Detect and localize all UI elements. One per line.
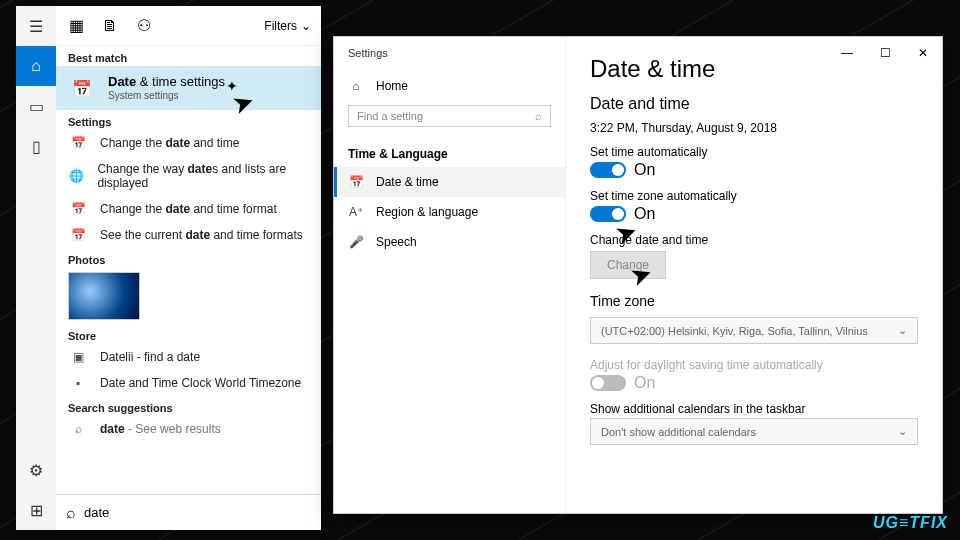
filters-dropdown[interactable]: Filters ⌄ — [264, 19, 311, 33]
store-datelii[interactable]: ▣Datelii - find a date — [56, 344, 321, 370]
nav-date-time[interactable]: 📅Date & time — [334, 167, 565, 197]
apps-icon[interactable]: ▭ — [16, 86, 56, 126]
settings-window: ― ☐ ✕ Settings ⌂Home Find a setting⌕ Tim… — [333, 36, 943, 514]
gear-icon[interactable]: ⚙ — [16, 450, 56, 490]
nav-region-language[interactable]: A⁺Region & language — [334, 197, 565, 227]
click-marks: ✦ — [226, 78, 236, 94]
result-change-date-time-format[interactable]: 📅Change the date and time format — [56, 196, 321, 222]
suggestion-date-web[interactable]: ⌕date - See web results — [56, 416, 321, 442]
mic-icon: 🎤 — [348, 235, 364, 249]
chevron-down-icon: ⌄ — [301, 19, 311, 33]
toggle-set-time-auto[interactable]: On — [590, 161, 918, 179]
label-set-time-auto: Set time automatically — [590, 145, 918, 159]
result-see-date-time-formats[interactable]: 📅See the current date and time formats — [56, 222, 321, 248]
store-date-time-clock[interactable]: ▪Date and Time Clock World Timezone — [56, 370, 321, 396]
label-dst: Adjust for daylight saving time automati… — [590, 358, 918, 372]
nav-home[interactable]: ⌂Home — [334, 71, 565, 101]
settings-header: Settings — [56, 110, 321, 130]
photo-thumbnail[interactable] — [68, 272, 140, 320]
calendar-icon: 📅 — [348, 175, 364, 189]
search-icon: ⌕ — [535, 110, 542, 122]
find-setting-input[interactable]: Find a setting⌕ — [348, 105, 551, 127]
watermark: UG≡TFIX — [873, 514, 948, 532]
settings-title: Settings — [334, 41, 565, 71]
chevron-down-icon: ⌄ — [898, 324, 907, 337]
search-box[interactable]: ⌕ — [56, 494, 321, 530]
hamburger-icon[interactable]: ☰ — [16, 6, 56, 46]
docs-scope-icon[interactable]: 🗎 — [100, 17, 120, 35]
label-additional-calendars: Show additional calendars in the taskbar — [590, 402, 918, 416]
a-language-icon: A⁺ — [348, 205, 364, 219]
windows-icon[interactable]: ⊞ — [16, 490, 56, 530]
toggle-dst: On — [590, 374, 918, 392]
start-rail: ☰ ⌂ ▭ ▯ ⚙ ⊞ — [16, 6, 56, 530]
suggestions-header: Search suggestions — [56, 396, 321, 416]
chevron-down-icon: ⌄ — [898, 425, 907, 438]
calendar-icon: 📅 — [68, 202, 88, 216]
photos-header: Photos — [56, 248, 321, 268]
nav-speech[interactable]: 🎤Speech — [334, 227, 565, 257]
change-button[interactable]: Change — [590, 251, 666, 279]
calendar-clock-icon: 📅 — [68, 74, 96, 102]
calendar-icon: 📅 — [68, 136, 88, 150]
result-change-dates-lists[interactable]: 🌐Change the way dates and lists are disp… — [56, 156, 321, 196]
label-change-date-time: Change date and time — [590, 233, 918, 247]
current-datetime: 3:22 PM, Thursday, August 9, 2018 — [590, 121, 918, 135]
nav-group-time-language: Time & Language — [334, 137, 565, 167]
section-date-and-time: Date and time — [590, 95, 918, 113]
search-scope-bar: ▦ 🗎 ⚇ Filters ⌄ — [56, 6, 321, 46]
app-icon: ▪ — [68, 376, 88, 390]
start-search-panel: ☰ ⌂ ▭ ▯ ⚙ ⊞ ▦ 🗎 ⚇ Filters ⌄ Best match 📅… — [16, 6, 321, 530]
home-icon[interactable]: ⌂ — [16, 46, 56, 86]
search-icon: ⌕ — [68, 422, 88, 436]
label-set-tz-auto: Set time zone automatically — [590, 189, 918, 203]
home-icon: ⌂ — [348, 79, 364, 93]
store-header: Store — [56, 324, 321, 344]
globe-icon: 🌐 — [68, 169, 85, 183]
page-title: Date & time — [590, 55, 918, 83]
best-match-date-time-settings[interactable]: 📅 Date & time settings System settings — [56, 66, 321, 110]
timezone-select[interactable]: (UTC+02:00) Helsinki, Kyiv, Riga, Sofia,… — [590, 317, 918, 344]
search-icon: ⌕ — [66, 504, 76, 522]
best-match-header: Best match — [56, 46, 321, 66]
result-change-date-time[interactable]: 📅Change the date and time — [56, 130, 321, 156]
device-icon[interactable]: ▯ — [16, 126, 56, 166]
section-time-zone: Time zone — [590, 293, 918, 309]
web-scope-icon[interactable]: ⚇ — [134, 16, 154, 35]
calendar-icon: 📅 — [68, 228, 88, 242]
app-icon: ▣ — [68, 350, 88, 364]
search-input[interactable] — [84, 505, 311, 520]
additional-calendars-select[interactable]: Don't show additional calendars⌄ — [590, 418, 918, 445]
apps-scope-icon[interactable]: ▦ — [66, 16, 86, 35]
toggle-set-tz-auto[interactable]: On — [590, 205, 918, 223]
